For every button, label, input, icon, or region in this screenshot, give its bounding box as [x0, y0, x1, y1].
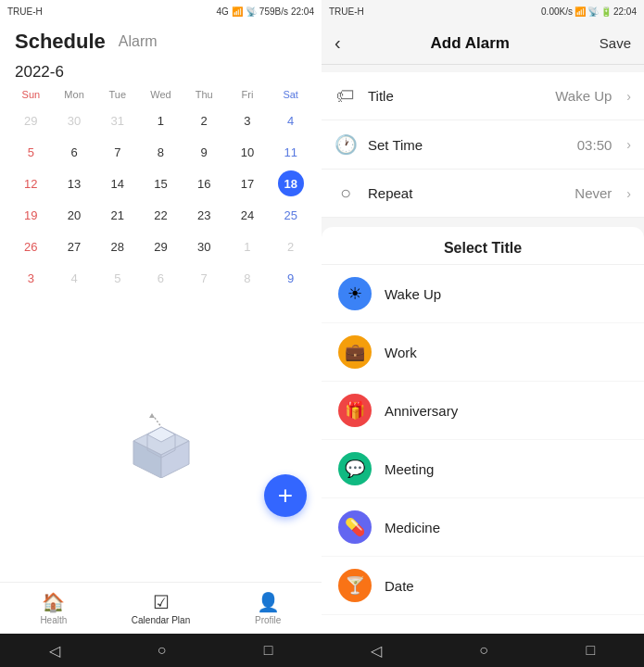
- calendar-day[interactable]: 10: [234, 139, 260, 165]
- calendar-day[interactable]: 24: [234, 202, 260, 228]
- calendar-day[interactable]: 25: [278, 202, 304, 228]
- calendar-day[interactable]: 22: [147, 202, 173, 228]
- repeat-label: Repeat: [368, 185, 563, 201]
- calendar-day[interactable]: 16: [191, 170, 217, 196]
- calendar-day[interactable]: 31: [105, 107, 131, 133]
- calendar-day[interactable]: 28: [105, 233, 131, 259]
- empty-state: +: [0, 300, 322, 582]
- calendar-day[interactable]: 11: [278, 139, 304, 165]
- calendar-day[interactable]: 6: [61, 139, 87, 165]
- calendar-week: 262728293012: [9, 232, 312, 261]
- svg-line-8: [155, 418, 161, 427]
- calendar-weeks: 2930311234567891011121314151617181920212…: [9, 106, 312, 293]
- calendar-day[interactable]: 27: [61, 233, 87, 259]
- profile-icon: 👤: [257, 591, 280, 613]
- alarm-row-repeat[interactable]: ○ Repeat Never ›: [322, 170, 644, 218]
- title-list-item[interactable]: 🍸Date: [322, 557, 644, 615]
- recent-button-right[interactable]: □: [587, 642, 596, 659]
- calendar-week: 12131415161718: [9, 169, 312, 198]
- fab-add-button[interactable]: +: [264, 474, 307, 517]
- nav-health[interactable]: 🏠 Health: [0, 591, 107, 625]
- calendar-day[interactable]: 23: [191, 202, 217, 228]
- calendar-day[interactable]: 19: [18, 202, 44, 228]
- calendar-day[interactable]: 8: [147, 139, 173, 165]
- calendar-day[interactable]: 1: [147, 107, 173, 133]
- title-item-label: Anniversary: [385, 403, 458, 419]
- calendar-day[interactable]: 12: [18, 170, 44, 196]
- calendar-day[interactable]: 5: [18, 139, 44, 165]
- tab-schedule[interactable]: Schedule: [15, 30, 106, 54]
- calendar-week: 567891011: [9, 137, 312, 167]
- calendar-day[interactable]: 15: [147, 170, 173, 196]
- sheet-title: Select Title: [322, 227, 644, 265]
- tab-alarm[interactable]: Alarm: [119, 33, 158, 50]
- calendar-day[interactable]: 2: [191, 107, 217, 133]
- title-value: Wake Up: [555, 88, 612, 104]
- home-button-right[interactable]: ○: [479, 642, 488, 659]
- calendar-day[interactable]: 9: [278, 265, 304, 291]
- back-button[interactable]: ‹: [335, 32, 341, 54]
- repeat-chevron: ›: [626, 186, 631, 201]
- recent-button-left[interactable]: □: [264, 642, 273, 659]
- wifi-right: 📡: [587, 6, 599, 17]
- carrier-left: TRUE-H: [7, 6, 43, 17]
- back-button-right[interactable]: ◁: [371, 642, 382, 660]
- calendar-day[interactable]: 7: [191, 265, 217, 291]
- calendar-week: 2930311234: [9, 106, 312, 135]
- calendar-day[interactable]: 3: [18, 265, 44, 291]
- repeat-value: Never: [575, 185, 612, 201]
- title-chevron: ›: [626, 89, 631, 104]
- calendar-day[interactable]: 21: [105, 202, 131, 228]
- system-nav-right: ◁ ○ □: [322, 634, 644, 667]
- status-bar-right: TRUE-H 0.00K/s 📶 📡 🔋 22:04: [322, 0, 644, 22]
- nav-profile[interactable]: 👤 Profile: [214, 591, 322, 625]
- title-label: Title: [368, 88, 544, 104]
- calendar-day[interactable]: 14: [105, 170, 131, 196]
- network-left: 4G: [216, 6, 228, 17]
- back-button-left[interactable]: ◁: [49, 642, 60, 660]
- title-list-item[interactable]: 💊Medicine: [322, 498, 644, 557]
- calendar-day[interactable]: 7: [105, 139, 131, 165]
- calendar-day[interactable]: 17: [234, 170, 260, 196]
- calendar-day[interactable]: 4: [61, 265, 87, 291]
- home-button-left[interactable]: ○: [158, 642, 167, 659]
- calendar-day[interactable]: 3: [234, 107, 260, 133]
- calendar-day[interactable]: 5: [105, 265, 131, 291]
- calendar-week: 19202122232425: [9, 200, 312, 230]
- nav-calendar-plan[interactable]: ☑ Calendar Plan: [107, 591, 215, 625]
- title-item-label: Date: [385, 578, 414, 594]
- carrier-right: TRUE-H: [329, 6, 364, 17]
- calendar-day[interactable]: 29: [147, 233, 173, 259]
- day-header-thu: Thu: [183, 87, 226, 102]
- calendar-day[interactable]: 13: [61, 170, 87, 196]
- wifi-left: 📡: [246, 6, 257, 17]
- day-header-sat: Sat: [269, 87, 312, 102]
- save-button[interactable]: Save: [600, 35, 631, 51]
- month-label: 2022-6: [0, 59, 322, 87]
- title-icon: 🏷: [335, 85, 357, 107]
- title-list-item[interactable]: 🎁Anniversary: [322, 382, 644, 440]
- calendar-day[interactable]: 4: [278, 107, 304, 133]
- day-header-tue: Tue: [95, 87, 139, 102]
- calendar-day[interactable]: 30: [61, 107, 87, 133]
- day-header-fri: Fri: [226, 87, 270, 102]
- calendar-day[interactable]: 8: [234, 265, 260, 291]
- battery-right: 🔋: [600, 6, 612, 17]
- calendar-day[interactable]: 18: [278, 170, 304, 196]
- title-list-item[interactable]: 💼Work: [322, 323, 644, 382]
- title-list-item[interactable]: 💬Meeting: [322, 440, 644, 498]
- title-list-item[interactable]: ☀Wake Up: [322, 265, 644, 323]
- alarm-row-title[interactable]: 🏷 Title Wake Up ›: [322, 72, 644, 120]
- storage-left: 759B/s: [259, 6, 288, 17]
- alarm-row-time[interactable]: 🕐 Set Time 03:50 ›: [322, 120, 644, 170]
- health-icon: 🏠: [42, 591, 65, 613]
- calendar-day[interactable]: 9: [191, 139, 217, 165]
- calendar-day[interactable]: 30: [191, 233, 217, 259]
- calendar-day[interactable]: 29: [18, 107, 44, 133]
- calendar-day[interactable]: 20: [61, 202, 87, 228]
- left-header: Schedule Alarm: [0, 22, 322, 59]
- calendar-day[interactable]: 6: [147, 265, 173, 291]
- calendar-day[interactable]: 1: [234, 233, 260, 259]
- calendar-day[interactable]: 2: [278, 233, 304, 259]
- calendar-day[interactable]: 26: [18, 233, 44, 259]
